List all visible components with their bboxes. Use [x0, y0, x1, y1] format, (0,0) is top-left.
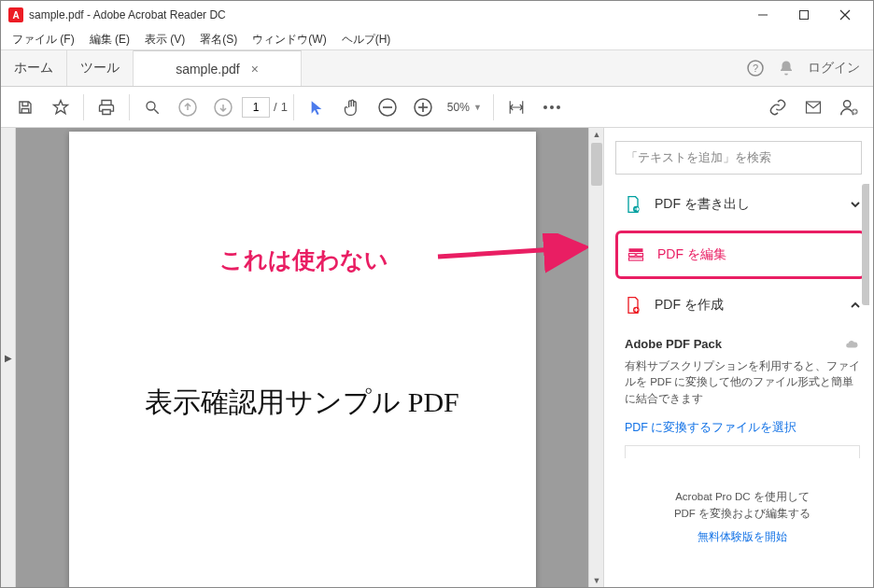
edit-pdf-icon [626, 245, 646, 265]
page-total: 1 [281, 100, 288, 114]
annotation-arrow-icon [436, 233, 588, 280]
svg-point-6 [147, 102, 155, 110]
svg-point-19 [844, 100, 851, 106]
menubar: ファイル (F) 編集 (E) 表示 (V) 署名(S) ウィンドウ(W) ヘル… [1, 29, 873, 49]
document-title-text: 表示確認用サンプル PDF [69, 384, 536, 422]
promo-line2: PDF を変換および編集する [615, 505, 869, 522]
zoom-dropdown[interactable]: 50% ▼ [447, 101, 482, 114]
app-icon: A [8, 7, 23, 22]
window-title: sample.pdf - Adobe Acrobat Reader DC [29, 8, 742, 21]
page-sep: / [274, 100, 277, 114]
svg-rect-25 [629, 248, 643, 252]
document-viewport[interactable]: 表示確認用サンプル PDF これは使わない [16, 128, 588, 587]
chevron-right-icon: ▶ [5, 353, 12, 363]
tool-export-pdf[interactable]: PDF を書き出し [615, 184, 869, 225]
tool-edit-pdf[interactable]: PDF を編集 [615, 231, 866, 279]
main-area: ▶ 表示確認用サンプル PDF これは使わない ▲ ▼ 「テキストを追加」を検索… [1, 128, 873, 587]
dropzone-top[interactable] [625, 445, 860, 458]
tool-edit-label: PDF を編集 [657, 246, 855, 263]
star-icon[interactable] [44, 91, 78, 124]
create-pdf-icon [623, 295, 643, 315]
tool-create-label: PDF を作成 [655, 297, 849, 314]
menu-sign[interactable]: 署名(S) [192, 30, 245, 49]
tool-export-label: PDF を書き出し [655, 196, 849, 213]
tab-tools-label: ツール [80, 60, 120, 77]
pack-title: Adobe PDF Pack [625, 337, 722, 351]
mail-icon[interactable] [796, 91, 830, 124]
svg-point-16 [550, 105, 554, 109]
svg-rect-26 [629, 254, 636, 257]
zoom-in-icon[interactable] [406, 91, 440, 124]
chevron-down-icon: ▼ [473, 103, 482, 112]
menu-file[interactable]: ファイル (F) [5, 30, 82, 49]
help-icon[interactable]: ? [746, 59, 765, 77]
menu-window[interactable]: ウィンドウ(W) [245, 30, 333, 49]
more-icon[interactable] [535, 91, 569, 124]
promo-section: Acrobat Pro DC を使用して PDF を変換および編集する 無料体験… [615, 488, 869, 545]
toolbar: / 1 50% ▼ [1, 87, 873, 128]
search-icon[interactable] [135, 91, 169, 124]
tab-home[interactable]: ホーム [1, 50, 67, 86]
tab-document[interactable]: sample.pdf × [134, 50, 302, 86]
print-icon[interactable] [90, 91, 123, 124]
menu-edit[interactable]: 編集 (E) [82, 30, 137, 49]
tab-document-label: sample.pdf [176, 62, 239, 77]
svg-rect-28 [629, 258, 643, 260]
doc-scrollbar-thumb[interactable] [591, 143, 602, 186]
menu-help[interactable]: ヘルプ(H) [334, 30, 399, 49]
panel-scrollbar-thumb[interactable] [862, 184, 869, 305]
maximize-button[interactable] [783, 1, 825, 29]
page-input[interactable] [242, 97, 270, 118]
svg-text:?: ? [753, 63, 758, 74]
bell-icon[interactable] [778, 60, 795, 77]
scroll-up-icon[interactable]: ▲ [589, 130, 604, 139]
svg-line-23 [438, 247, 585, 257]
cloud-icon [843, 338, 860, 351]
pdf-pack-section: Adobe PDF Pack 有料サブスクリプションを利用すると、ファイルを P… [615, 326, 869, 462]
promo-line1: Acrobat Pro DC を使用して [615, 488, 869, 505]
page-indicator: / 1 [242, 97, 288, 118]
tools-list: PDF を書き出し PDF を編集 PDF を作成 Adobe PDF Pack [615, 184, 869, 587]
export-pdf-icon [623, 194, 643, 215]
minimize-button[interactable] [742, 1, 783, 29]
trial-link[interactable]: 無料体験版を開始 [615, 528, 869, 545]
zoom-out-icon[interactable] [371, 91, 404, 124]
zoom-value: 50% [447, 101, 470, 114]
save-icon[interactable] [8, 91, 42, 124]
chevron-down-icon [849, 198, 862, 211]
chevron-up-icon [849, 299, 862, 312]
fit-width-icon[interactable] [500, 91, 533, 124]
tab-close-icon[interactable]: × [251, 62, 259, 77]
search-placeholder: 「テキストを追加」を検索 [626, 149, 771, 166]
link-icon[interactable] [761, 91, 795, 124]
tool-create-pdf[interactable]: PDF を作成 [615, 285, 869, 326]
svg-rect-1 [800, 11, 809, 20]
window-titlebar: A sample.pdf - Adobe Acrobat Reader DC [1, 1, 873, 29]
prev-page-icon[interactable] [171, 91, 204, 124]
close-button[interactable] [825, 1, 866, 29]
tab-home-label: ホーム [14, 60, 53, 77]
tabs-row: ホーム ツール sample.pdf × ? ログイン [1, 49, 873, 87]
hand-tool-icon[interactable] [335, 91, 369, 124]
select-file-link[interactable]: PDF に変換するファイルを選択 [625, 421, 796, 434]
share-icon[interactable] [832, 91, 866, 124]
left-rail-toggle[interactable]: ▶ [1, 128, 16, 587]
svg-point-15 [543, 105, 547, 109]
next-page-icon[interactable] [206, 91, 240, 124]
svg-line-7 [154, 109, 159, 114]
select-tool-icon[interactable] [300, 91, 333, 124]
page: 表示確認用サンプル PDF [69, 132, 536, 587]
doc-scrollbar[interactable]: ▲ ▼ [588, 128, 603, 587]
right-panel: 「テキストを追加」を検索 PDF を書き出し PDF を編集 [603, 128, 873, 587]
svg-rect-27 [637, 254, 643, 257]
pack-desc: 有料サブスクリプションを利用すると、ファイルを PDF に変換して他のファイル形… [625, 358, 860, 407]
svg-point-17 [557, 105, 560, 109]
scroll-down-icon[interactable]: ▼ [589, 576, 604, 585]
login-button[interactable]: ログイン [808, 60, 860, 77]
search-tools-input[interactable]: 「テキストを追加」を検索 [615, 141, 862, 175]
annotation-text: これは使わない [219, 245, 388, 275]
menu-view[interactable]: 表示 (V) [137, 30, 192, 49]
tab-tools[interactable]: ツール [67, 50, 134, 86]
